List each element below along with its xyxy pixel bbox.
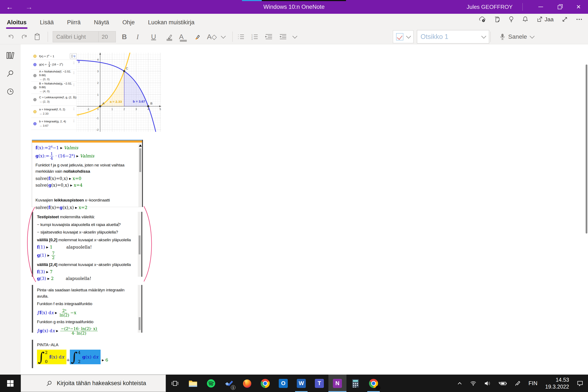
forward-button[interactable]: → [19, 3, 39, 11]
tips-icon[interactable] [509, 16, 514, 23]
taskbar-app-teams[interactable]: T [310, 374, 328, 392]
bold-button[interactable]: B [122, 33, 130, 41]
decrease-indent-button[interactable] [265, 33, 273, 40]
profile-badge [376, 386, 380, 390]
scroll-up-icon[interactable] [139, 144, 142, 147]
note-block-testpoints[interactable]: Testipisteet molemmilta väleiltä:− kumpi… [32, 212, 142, 277]
signed-in-user[interactable]: Jules GEOFFROY [467, 4, 513, 10]
note-block-antiderivatives[interactable]: Pinta−ala saadaan laskettua määrätyn int… [32, 285, 142, 333]
battery-icon[interactable] [498, 380, 507, 386]
paste-button[interactable] [34, 33, 40, 41]
tray-expand-icon[interactable] [457, 382, 462, 385]
recent-notes-icon[interactable] [6, 88, 14, 96]
page-scrollbar-thumb[interactable] [586, 64, 587, 234]
svg-text:B: B [150, 102, 153, 105]
minimize-icon [538, 7, 543, 7]
note-block-area[interactable]: PINTA−ALA∫20f(x) dx+∫42g(x) dx ▸ 6 [32, 340, 124, 368]
todo-tag-button[interactable] [393, 30, 413, 43]
outlook-icon: O [279, 379, 288, 388]
more-options-icon[interactable] [576, 18, 583, 20]
open-indicator [295, 391, 307, 392]
windows-logo-icon [7, 380, 13, 386]
font-color-button[interactable]: A [179, 33, 188, 41]
wifi-icon[interactable] [470, 381, 476, 386]
taskbar-app-chrome[interactable] [256, 374, 274, 392]
block-scrollbar[interactable] [138, 285, 141, 333]
note-line: välillä [0,2] molemmat kuvaajat x−akseli… [37, 237, 135, 243]
block-content: Testipisteet molemmilta väleiltä:− kumpi… [32, 212, 141, 281]
tab-lisää[interactable]: Lisää [39, 18, 54, 28]
pen-icon[interactable] [515, 380, 521, 386]
recent-pages-icon[interactable] [494, 16, 500, 22]
paragraph-more-chevron[interactable] [293, 36, 296, 38]
taskbar-app-calculator[interactable] [346, 374, 364, 392]
geogebra-screenshot[interactable]: f(x) = 2x − 1g(x) = 14 (16 − 2x)⋮A = Nol… [31, 53, 161, 132]
format-painter-button[interactable] [194, 33, 201, 40]
tag-chevron[interactable] [406, 34, 411, 39]
tab-ohje[interactable]: Ohje [122, 18, 135, 28]
taskbar-app-firefox[interactable] [238, 374, 256, 392]
scroll-thumb[interactable] [139, 317, 141, 330]
numbered-list-button[interactable]: 123 [251, 33, 259, 40]
bullet-list-button[interactable] [237, 33, 245, 40]
taskbar-app-word[interactable]: W [292, 374, 310, 392]
style-select[interactable]: Otsikko 1 [417, 30, 489, 44]
back-button[interactable]: ← [0, 3, 19, 11]
teams-icon: T [315, 379, 324, 388]
notifications-icon[interactable] [522, 16, 528, 23]
underline-button[interactable]: U [151, 33, 160, 41]
restore-button[interactable] [550, 0, 569, 14]
taskbar-app-spotify[interactable] [202, 374, 220, 392]
note-block-zeros[interactable]: f(x):=2x−1 ▸ Valmisg(x):=14 · (16−2x) ▸ … [32, 140, 143, 207]
task-view-button[interactable] [166, 374, 184, 392]
font-name-select[interactable]: Calibri Light [53, 34, 98, 40]
notebooks-icon[interactable] [6, 52, 15, 59]
tab-piirrä[interactable]: Piirrä [67, 18, 81, 28]
share-button[interactable]: Jaa [537, 16, 554, 23]
taskbar-app-outlook[interactable]: O [274, 374, 292, 392]
note-line: f(3) ▸ 7 [37, 269, 135, 274]
taskbar-app-file-explorer[interactable] [184, 374, 202, 392]
clear-formatting-button[interactable]: A◇ [207, 33, 216, 41]
action-center-icon[interactable] [577, 380, 583, 386]
svg-text:1: 1 [111, 108, 113, 111]
tab-näytä[interactable]: Näytä [93, 18, 110, 28]
scroll-thumb[interactable] [139, 148, 141, 172]
block-scrollbar[interactable] [138, 212, 141, 277]
taskbar-app-todo[interactable]: 1 [220, 374, 238, 392]
input-language[interactable]: FIN [529, 380, 538, 386]
close-button[interactable]: ✕ [569, 0, 588, 14]
toolbar-divider [490, 32, 491, 42]
tab-luokan-muistikirja[interactable]: Luokan muistikirja [148, 18, 195, 28]
tab-aloitus[interactable]: Aloitus [6, 18, 27, 28]
scroll-thumb[interactable] [139, 236, 141, 254]
font-more-chevron[interactable] [222, 36, 225, 38]
taskbar-app-chrome-profile[interactable] [364, 374, 382, 392]
search-icon[interactable] [6, 70, 14, 78]
word-icon: W [297, 379, 306, 388]
increase-indent-button[interactable] [279, 33, 287, 40]
resize-ribbon-icon[interactable] [562, 16, 568, 22]
row-menu-icon: ⋮ [72, 119, 75, 122]
taskbar-search[interactable]: Kirjoita tähän hakeaksesi kohteista [21, 374, 166, 392]
note-line: solve(g(x)=0,x) ▸ x=4 [35, 182, 136, 188]
font-size-select[interactable]: 20 [98, 32, 116, 42]
minimize-button[interactable] [531, 0, 550, 14]
page-canvas[interactable]: f(x) = 2x − 1g(x) = 14 (16 − 2x)⋮A = Nol… [21, 44, 588, 374]
toolbar-divider [48, 32, 48, 42]
redo-button[interactable] [21, 33, 28, 40]
algebra-row: B = Nollakohdat(g, −2.02, 9.68)→ (4, 0)⋮ [31, 82, 76, 94]
taskbar-app-onenote[interactable]: N [328, 374, 346, 392]
clock[interactable]: 14.53 19.3.2022 [545, 376, 569, 390]
highlight-button[interactable] [166, 34, 173, 40]
dictate-label: Sanele [508, 33, 527, 40]
volume-icon[interactable] [484, 380, 491, 386]
note-line: Funktion g eräs integraalifunktio [37, 319, 135, 325]
start-button[interactable] [0, 374, 21, 392]
block-scrollbar[interactable] [138, 143, 142, 207]
dictate-button[interactable]: Sanele [500, 33, 534, 40]
sync-status-icon[interactable] [479, 16, 486, 22]
undo-button[interactable] [7, 33, 15, 40]
note-line: g(3) ▸ 2alapuolella! [37, 276, 135, 281]
italic-button[interactable]: I [136, 33, 145, 41]
